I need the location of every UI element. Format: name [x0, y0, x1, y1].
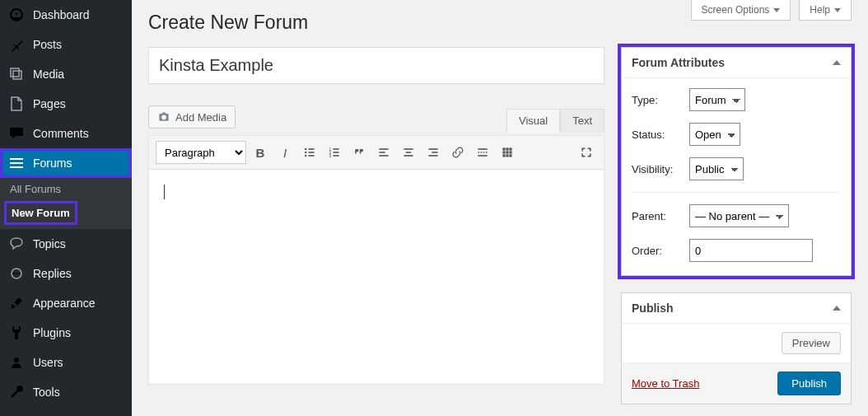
publish-button[interactable]: Publish [777, 372, 841, 395]
sidebar-item-appearance[interactable]: Appearance [0, 288, 132, 318]
type-label: Type: [632, 94, 689, 106]
publish-heading: Publish [632, 301, 674, 315]
main-content: Screen Options Help Create New Forum Add… [132, 0, 868, 416]
meta-column: Forum Attributes Type: Forum Status: Ope… [621, 47, 852, 416]
comments-icon [8, 125, 25, 142]
svg-rect-21 [406, 152, 411, 153]
svg-point-5 [305, 148, 306, 150]
blockquote-button[interactable] [348, 142, 370, 163]
format-select[interactable]: Paragraph [156, 141, 246, 164]
sidebar-subitem-all-forums[interactable]: All Forums [0, 178, 132, 200]
svg-rect-12 [333, 148, 338, 150]
sidebar-item-forums[interactable]: Forums [0, 148, 132, 178]
svg-rect-32 [506, 151, 508, 153]
svg-point-1 [13, 273, 15, 274]
svg-rect-22 [404, 155, 413, 157]
visibility-label: Visibility: [632, 163, 689, 175]
svg-point-7 [305, 152, 306, 153]
publish-toggle[interactable]: Publish [622, 293, 851, 324]
bold-button[interactable]: B [250, 142, 271, 163]
help-tab[interactable]: Help [799, 0, 852, 21]
sidebar-item-media[interactable]: Media [0, 59, 132, 89]
chevron-down-icon [834, 8, 841, 12]
pages-icon [8, 96, 25, 112]
sidebar-item-plugins[interactable]: Plugins [0, 318, 132, 348]
content-editor: Paragraph B I 123 [148, 135, 604, 385]
sidebar-item-label: Comments [33, 127, 89, 140]
topics-icon [8, 236, 25, 252]
order-input[interactable] [689, 239, 813, 262]
visibility-select[interactable]: Public [689, 157, 744, 180]
svg-rect-24 [432, 152, 437, 153]
replies-icon [8, 265, 25, 282]
text-cursor [164, 185, 165, 199]
sidebar-item-posts[interactable]: Posts [0, 30, 132, 59]
sidebar-item-label: Plugins [33, 326, 71, 339]
italic-button[interactable]: I [274, 142, 296, 163]
dashboard-icon [8, 7, 25, 23]
sidebar-item-replies[interactable]: Replies [0, 259, 132, 288]
tools-icon [8, 384, 25, 400]
align-left-button[interactable] [373, 142, 394, 163]
align-right-button[interactable] [422, 142, 444, 163]
svg-rect-28 [502, 147, 505, 150]
read-more-button[interactable] [472, 142, 493, 163]
sidebar-item-label: Pages [33, 97, 66, 110]
svg-rect-36 [509, 154, 511, 157]
type-select[interactable]: Forum [689, 88, 745, 111]
link-button[interactable] [447, 142, 469, 163]
add-media-label: Add Media [175, 111, 226, 124]
sidebar-submenu-forums: All Forums New Forum [0, 178, 132, 229]
admin-sidebar: Dashboard Posts Media Pages Comments For… [0, 0, 132, 416]
editor-body[interactable] [149, 170, 604, 384]
sidebar-item-label: Media [33, 68, 64, 81]
svg-rect-26 [478, 148, 487, 150]
status-select[interactable]: Open [689, 123, 740, 146]
forum-title-input[interactable] [148, 47, 604, 84]
editor-toolbar: Paragraph B I 123 [149, 136, 604, 170]
svg-rect-31 [502, 151, 505, 153]
sidebar-item-label: Appearance [33, 297, 96, 310]
forum-attributes-title: Forum Attributes [632, 56, 725, 69]
svg-rect-17 [379, 148, 388, 150]
top-tabs: Screen Options Help [691, 0, 852, 21]
sidebar-item-topics[interactable]: Topics [0, 229, 132, 259]
numbered-list-button[interactable]: 123 [324, 142, 345, 163]
chevron-down-icon [773, 8, 780, 12]
tab-text[interactable]: Text [560, 109, 604, 133]
svg-rect-35 [506, 154, 508, 157]
add-media-button[interactable]: Add Media [148, 105, 236, 129]
order-label: Order: [632, 245, 689, 257]
svg-rect-29 [506, 147, 508, 150]
sidebar-item-label: Posts [33, 38, 62, 51]
preview-button[interactable]: Preview [782, 332, 841, 354]
sidebar-item-dashboard[interactable]: Dashboard [0, 0, 132, 30]
svg-point-4 [14, 358, 19, 362]
toolbar-toggle-button[interactable] [497, 142, 518, 163]
editor-mode-tabs: Visual Text [506, 109, 604, 133]
media-icon [8, 66, 25, 82]
sidebar-subitem-new-forum[interactable]: New Forum [7, 203, 75, 222]
sidebar-item-pages[interactable]: Pages [0, 89, 132, 119]
chevron-up-icon [833, 60, 841, 65]
sidebar-item-label: Users [33, 356, 63, 369]
bullet-list-button[interactable] [299, 142, 320, 163]
move-to-trash-link[interactable]: Move to Trash [632, 377, 699, 390]
sidebar-item-label: Dashboard [33, 8, 90, 21]
sidebar-item-label: Topics [33, 237, 66, 250]
sidebar-item-tools[interactable]: Tools [0, 377, 132, 407]
forum-attributes-toggle[interactable]: Forum Attributes [622, 48, 851, 78]
svg-rect-8 [308, 152, 314, 153]
svg-rect-14 [333, 152, 338, 153]
screen-options-tab[interactable]: Screen Options [691, 0, 791, 21]
parent-select[interactable]: — No parent — [689, 204, 789, 227]
align-center-button[interactable] [398, 142, 419, 163]
screen-options-label: Screen Options [702, 4, 770, 16]
fullscreen-button[interactable] [576, 142, 597, 163]
svg-rect-20 [404, 148, 413, 150]
sidebar-item-comments[interactable]: Comments [0, 119, 132, 148]
status-label: Status: [632, 129, 689, 141]
forums-icon [8, 155, 25, 171]
sidebar-item-users[interactable]: Users [0, 348, 132, 377]
tab-visual[interactable]: Visual [506, 109, 560, 133]
